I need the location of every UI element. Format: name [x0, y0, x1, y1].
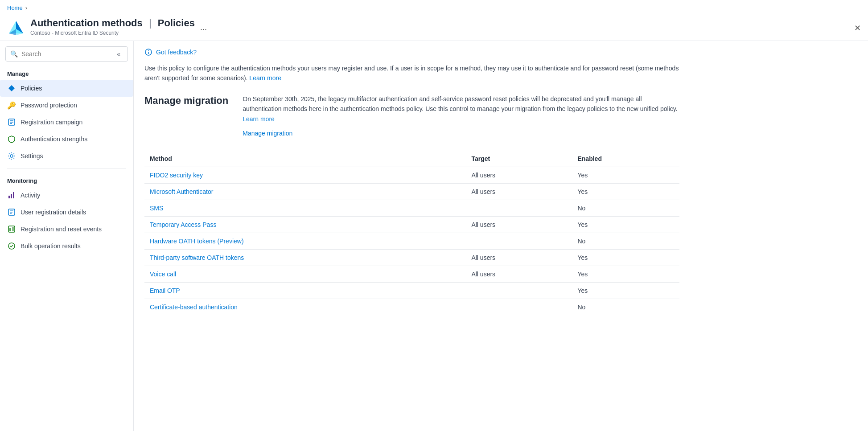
sidebar-item-password-protection[interactable]: 🔑 Password protection	[0, 97, 133, 114]
sidebar-item-bulk-operation-results[interactable]: Bulk operation results	[0, 238, 133, 254]
table-cell-method: Third-party software OATH tokens	[144, 250, 466, 266]
sidebar: 🔍 « Manage Policies 🔑 Password protectio…	[0, 41, 134, 431]
policy-learn-more-link[interactable]: Learn more	[249, 74, 281, 82]
column-method: Method	[144, 151, 466, 167]
svg-point-9	[10, 155, 13, 157]
app-icon	[7, 19, 25, 37]
sidebar-item-user-registration-details[interactable]: User registration details	[0, 204, 133, 221]
table-cell-enabled: No	[572, 299, 679, 316]
column-enabled: Enabled	[572, 151, 679, 167]
table-cell-target: All users	[466, 167, 572, 184]
key-icon: 🔑	[7, 101, 16, 110]
table-cell-enabled: No	[572, 200, 679, 217]
table-cell-target: All users	[466, 217, 572, 233]
header-menu-button[interactable]: ...	[200, 23, 207, 32]
page-header: Authentication methods | Policies Contos…	[0, 16, 868, 41]
table-header: Method Target Enabled	[144, 151, 679, 167]
sidebar-item-registration-campaign[interactable]: Registration campaign	[0, 114, 133, 131]
table-cell-target: All users	[466, 250, 572, 266]
sidebar-item-authentication-strengths-label: Authentication strengths	[21, 135, 87, 143]
table-cell-target: All users	[466, 266, 572, 283]
table-row: Hardware OATH tokens (Preview)No	[144, 233, 679, 250]
search-box[interactable]: 🔍 «	[5, 46, 128, 62]
table-cell-target: All users	[466, 184, 572, 200]
reg-icon	[7, 225, 16, 234]
migration-learn-more-link[interactable]: Learn more	[243, 115, 275, 123]
svg-rect-11	[11, 194, 12, 198]
manage-migration-body: On September 30th, 2025, the legacy mult…	[243, 94, 679, 139]
table-cell-enabled: Yes	[572, 184, 679, 200]
sidebar-divider	[7, 168, 126, 168]
table-cell-enabled: Yes	[572, 266, 679, 283]
feedback-bar[interactable]: Got feedback?	[144, 48, 857, 56]
table-row: Third-party software OATH tokensAll user…	[144, 250, 679, 266]
table-cell-enabled: Yes	[572, 250, 679, 266]
method-link[interactable]: FIDO2 security key	[150, 172, 203, 179]
search-icon: 🔍	[10, 50, 18, 57]
column-target: Target	[466, 151, 572, 167]
method-link[interactable]: Temporary Access Pass	[150, 221, 216, 228]
feedback-icon	[144, 48, 152, 56]
sidebar-item-activity[interactable]: Activity	[0, 187, 133, 204]
table-cell-method: Temporary Access Pass	[144, 217, 466, 233]
sidebar-item-activity-label: Activity	[21, 192, 40, 199]
sidebar-item-password-protection-label: Password protection	[21, 102, 77, 109]
sidebar-item-policies-label: Policies	[21, 85, 42, 92]
gear-icon	[7, 152, 16, 160]
monitoring-section-label: Monitoring	[0, 172, 133, 187]
main-layout: 🔍 « Manage Policies 🔑 Password protectio…	[0, 41, 868, 431]
manage-section-label: Manage	[0, 65, 133, 80]
table-cell-method: Voice call	[144, 266, 466, 283]
table-cell-method: SMS	[144, 200, 466, 217]
sidebar-item-authentication-strengths[interactable]: Authentication strengths	[0, 131, 133, 148]
table-cell-enabled: Yes	[572, 167, 679, 184]
table-row: Voice callAll usersYes	[144, 266, 679, 283]
method-link[interactable]: Hardware OATH tokens (Preview)	[150, 238, 244, 245]
breadcrumb-home[interactable]: Home	[7, 4, 23, 11]
manage-migration-link[interactable]: Manage migration	[243, 128, 679, 138]
sidebar-item-settings-label: Settings	[21, 152, 43, 160]
activity-icon	[7, 191, 16, 200]
close-button[interactable]: ✕	[854, 23, 861, 33]
svg-point-22	[148, 50, 149, 51]
page-subtitle: Contoso - Microsoft Entra ID Security	[30, 30, 195, 36]
sidebar-item-registration-reset-events-label: Registration and reset events	[21, 226, 102, 233]
method-link[interactable]: Email OTP	[150, 287, 180, 294]
search-input[interactable]	[21, 50, 111, 57]
table-cell-method: Certificate-based authentication	[144, 299, 466, 316]
table-row: Email OTPYes	[144, 283, 679, 299]
shield-icon	[7, 135, 16, 144]
manage-migration-title: Manage migration	[144, 94, 228, 139]
sidebar-item-user-registration-details-label: User registration details	[21, 209, 86, 216]
breadcrumb-separator: ›	[25, 4, 27, 11]
user-icon	[7, 208, 16, 217]
table-cell-target	[466, 283, 572, 299]
sidebar-item-registration-reset-events[interactable]: Registration and reset events	[0, 221, 133, 238]
policy-description: Use this policy to configure the authent…	[144, 63, 679, 83]
collapse-sidebar-button[interactable]: «	[114, 49, 123, 58]
method-link[interactable]: Third-party software OATH tokens	[150, 254, 244, 261]
table-cell-method: Hardware OATH tokens (Preview)	[144, 233, 466, 250]
table-row: FIDO2 security keyAll usersYes	[144, 167, 679, 184]
breadcrumb: Home ›	[0, 0, 868, 16]
table-cell-enabled: No	[572, 233, 679, 250]
table-body: FIDO2 security keyAll usersYesMicrosoft …	[144, 167, 679, 316]
table-cell-target	[466, 299, 572, 316]
sidebar-item-registration-campaign-label: Registration campaign	[21, 119, 82, 126]
table-row: Microsoft AuthenticatorAll usersYes	[144, 184, 679, 200]
svg-rect-10	[8, 196, 10, 198]
svg-marker-4	[8, 85, 15, 91]
method-link[interactable]: Voice call	[150, 271, 176, 278]
bulk-icon	[7, 242, 16, 250]
sidebar-item-policies[interactable]: Policies	[0, 80, 133, 97]
table-cell-method: Email OTP	[144, 283, 466, 299]
table-cell-method: Microsoft Authenticator	[144, 184, 466, 200]
method-link[interactable]: Certificate-based authentication	[150, 304, 238, 311]
method-link[interactable]: Microsoft Authenticator	[150, 188, 213, 195]
table-cell-enabled: Yes	[572, 217, 679, 233]
sidebar-item-bulk-operation-results-label: Bulk operation results	[21, 242, 81, 250]
main-content: Got feedback? Use this policy to configu…	[134, 41, 868, 431]
method-link[interactable]: SMS	[150, 205, 163, 212]
diamond-icon	[7, 84, 16, 93]
sidebar-item-settings[interactable]: Settings	[0, 148, 133, 164]
